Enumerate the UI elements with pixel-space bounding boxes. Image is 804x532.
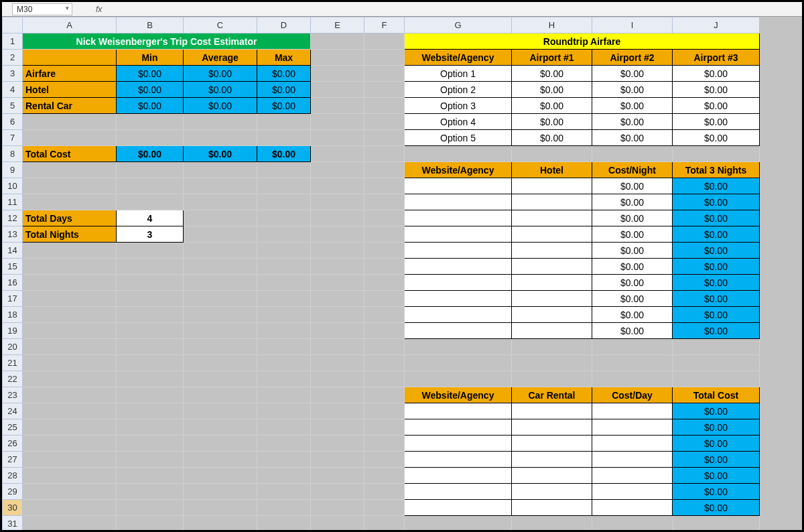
cell[interactable] — [512, 371, 592, 387]
row-17[interactable]: 17 — [3, 291, 23, 307]
lodge-hotel[interactable] — [512, 178, 592, 194]
cell[interactable] — [364, 243, 405, 259]
cell[interactable] — [257, 178, 311, 194]
airfare-opt4-a1[interactable]: $0.00 — [512, 114, 592, 130]
row-30[interactable]: 30 — [3, 500, 23, 516]
col-E[interactable]: E — [311, 17, 364, 34]
label-total-days[interactable]: Total Days — [23, 210, 117, 226]
cell[interactable] — [117, 259, 184, 275]
spreadsheet-grid[interactable]: A B C D E F G H I J 1 Nick Weisenberger'… — [2, 17, 802, 530]
cell[interactable] — [23, 452, 117, 468]
row-5[interactable]: 5 — [3, 98, 23, 114]
cell[interactable] — [311, 484, 364, 500]
cell[interactable] — [311, 210, 364, 226]
cell[interactable] — [117, 484, 184, 500]
cell[interactable] — [117, 516, 184, 531]
row-26[interactable]: 26 — [3, 436, 23, 452]
lodge-site[interactable] — [405, 323, 512, 339]
cell[interactable] — [257, 500, 311, 516]
cell[interactable] — [364, 178, 405, 194]
cell[interactable] — [364, 500, 405, 516]
cell[interactable] — [117, 130, 184, 146]
row-25[interactable]: 25 — [3, 419, 23, 436]
row-4[interactable]: 4 — [3, 82, 23, 98]
car-site[interactable] — [405, 468, 512, 484]
hotel-min[interactable]: $0.00 — [117, 82, 184, 98]
row-2[interactable]: 2 — [3, 50, 23, 66]
lodge-cost[interactable]: $0.00 — [592, 243, 673, 259]
cell[interactable] — [592, 516, 673, 531]
lodge-total[interactable]: $0.00 — [673, 307, 760, 323]
cell[interactable] — [257, 226, 311, 243]
car-costday[interactable] — [592, 484, 673, 500]
lodge-total[interactable]: $0.00 — [673, 210, 760, 226]
cell[interactable] — [364, 194, 405, 210]
airfare-opt3-a2[interactable]: $0.00 — [592, 98, 673, 114]
cell[interactable] — [311, 516, 364, 531]
label-hotel[interactable]: Hotel — [23, 82, 117, 98]
cell[interactable] — [364, 34, 405, 50]
lodge-site[interactable] — [405, 275, 512, 291]
cell[interactable] — [311, 226, 364, 243]
cell[interactable] — [257, 243, 311, 259]
airfare-opt4-a2[interactable]: $0.00 — [592, 114, 673, 130]
car-costday[interactable] — [592, 403, 673, 419]
cell[interactable] — [364, 114, 405, 130]
cell[interactable] — [184, 387, 257, 403]
car-total[interactable]: $0.00 — [673, 484, 760, 500]
row-16[interactable]: 16 — [3, 275, 23, 291]
cell[interactable] — [311, 500, 364, 516]
cell[interactable] — [311, 291, 364, 307]
lodge-site[interactable] — [405, 291, 512, 307]
airfare-opt1-a2[interactable]: $0.00 — [592, 66, 673, 82]
cell[interactable] — [184, 210, 257, 226]
cell[interactable] — [184, 307, 257, 323]
cell[interactable] — [257, 371, 311, 387]
hotel-max[interactable]: $0.00 — [257, 82, 311, 98]
cell[interactable] — [257, 194, 311, 210]
cell[interactable] — [311, 403, 364, 419]
cell[interactable] — [117, 387, 184, 403]
airfare-opt2-a3[interactable]: $0.00 — [673, 82, 760, 98]
car-site[interactable] — [405, 452, 512, 468]
lodge-hotel[interactable] — [512, 194, 592, 210]
total-max[interactable]: $0.00 — [257, 146, 311, 162]
cell[interactable] — [23, 339, 117, 355]
cell[interactable] — [184, 130, 257, 146]
cell[interactable] — [184, 371, 257, 387]
name-box[interactable]: M30 — [12, 3, 72, 15]
hotel-avg[interactable]: $0.00 — [184, 82, 257, 98]
car-site[interactable] — [405, 403, 512, 419]
cell[interactable] — [311, 243, 364, 259]
cell[interactable] — [311, 387, 364, 403]
cell[interactable] — [184, 419, 257, 436]
col-F[interactable]: F — [364, 17, 405, 34]
cell[interactable] — [405, 339, 512, 355]
cell[interactable] — [23, 387, 117, 403]
lodge-cost[interactable]: $0.00 — [592, 178, 673, 194]
row-10[interactable]: 10 — [3, 178, 23, 194]
airfare-opt2-a2[interactable]: $0.00 — [592, 82, 673, 98]
cell[interactable] — [592, 146, 673, 162]
car-costday[interactable] — [592, 419, 673, 436]
lodge-total[interactable]: $0.00 — [673, 194, 760, 210]
cell[interactable] — [257, 419, 311, 436]
rental-avg[interactable]: $0.00 — [184, 98, 257, 114]
row-21[interactable]: 21 — [3, 355, 23, 371]
cell[interactable] — [23, 50, 117, 66]
rental-min[interactable]: $0.00 — [117, 98, 184, 114]
hdr-airport1[interactable]: Airport #1 — [512, 50, 592, 66]
car-name[interactable] — [512, 468, 592, 484]
cell[interactable] — [364, 146, 405, 162]
label-total-cost[interactable]: Total Cost — [23, 146, 117, 162]
airfare-avg[interactable]: $0.00 — [184, 66, 257, 82]
cell[interactable] — [23, 500, 117, 516]
cell[interactable] — [364, 50, 405, 66]
cell[interactable] — [364, 484, 405, 500]
airfare-opt5-a1[interactable]: $0.00 — [512, 130, 592, 146]
cell[interactable] — [673, 516, 760, 531]
hdr-total3nights[interactable]: Total 3 Nights — [673, 162, 760, 178]
row-18[interactable]: 18 — [3, 307, 23, 323]
car-name[interactable] — [512, 419, 592, 436]
cell[interactable] — [257, 468, 311, 484]
